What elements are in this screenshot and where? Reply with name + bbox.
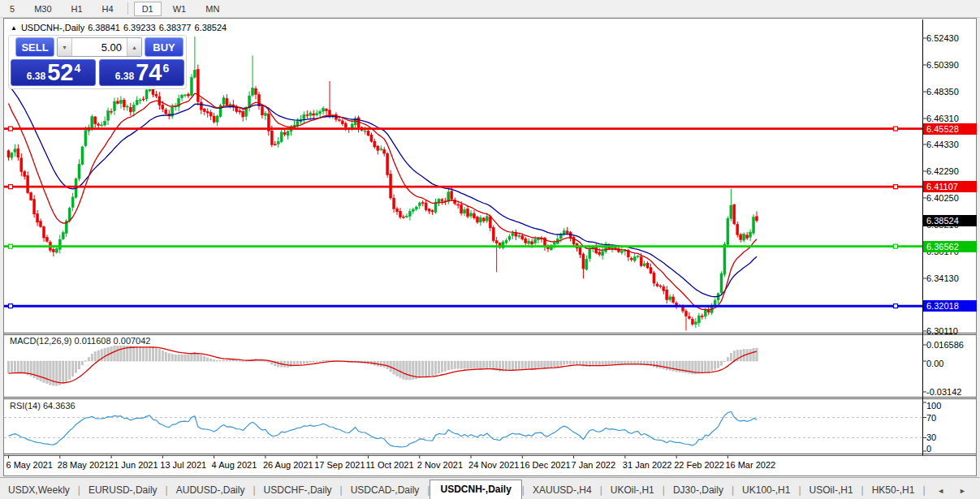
tab-xauusd-h4[interactable]: XAUUSD-,H4 bbox=[525, 481, 600, 499]
rsi-tick-label: 0 bbox=[926, 444, 931, 454]
buy-price-main: 74 bbox=[136, 61, 162, 84]
ohlc-open: 6.38841 bbox=[88, 23, 120, 32]
price-tick-label: 6.52430 bbox=[926, 33, 959, 43]
date-tick-label: 16 Dec 2021 bbox=[520, 460, 570, 470]
rsi-indicator-label: RSI(14) 64.3636 bbox=[10, 401, 76, 411]
tab-uk100-h1[interactable]: UK100-,H1 bbox=[734, 481, 798, 499]
tab-scroll-right-icon[interactable]: ► bbox=[952, 487, 974, 495]
tab-usoil-h1[interactable]: USOil-,H1 bbox=[801, 481, 861, 499]
price-badge: 6.45528 bbox=[923, 123, 977, 135]
sell-price-box[interactable]: 6.38524 bbox=[11, 59, 96, 86]
ohlc-low: 6.38377 bbox=[159, 23, 192, 32]
tab-audusd-daily[interactable]: AUDUSD-,Daily bbox=[168, 481, 253, 499]
tab-scroll-left-icon[interactable]: ◄ bbox=[930, 487, 952, 495]
price-tick-label: 6.50390 bbox=[926, 60, 959, 70]
ohlc-high: 6.39233 bbox=[123, 23, 156, 32]
tab-dj30-daily[interactable]: DJ30-,Daily bbox=[665, 481, 732, 499]
price-tick-label: 6.48350 bbox=[926, 87, 959, 97]
date-tick-label: 7 Jan 2022 bbox=[572, 460, 615, 470]
price-tick-label: 6.34130 bbox=[926, 273, 959, 283]
date-tick-label: 17 Sep 2021 bbox=[314, 460, 365, 470]
hline-handle bbox=[894, 127, 898, 131]
hline-handle bbox=[894, 304, 898, 308]
volume-stepper: ▼ 5.00 ▲ bbox=[57, 37, 142, 57]
date-tick-label: 13 Jul 2021 bbox=[160, 460, 206, 470]
hline-handle bbox=[9, 244, 13, 248]
tab-usdcnh-daily[interactable]: USDCNH-,Daily bbox=[430, 480, 521, 499]
chart-title: ▲USDCNH-,Daily6.388416.392336.383776.385… bbox=[11, 23, 230, 32]
price-badge: 6.36562 bbox=[923, 241, 977, 252]
ohlc-close: 6.38524 bbox=[194, 23, 227, 32]
hline-handle bbox=[9, 304, 13, 308]
hline-handle bbox=[894, 185, 898, 189]
sell-price-prefix: 6.38 bbox=[27, 71, 45, 82]
chart-tabbar: USDX,Weekly|EURUSD-,Daily|AUDUSD-,Daily|… bbox=[0, 477, 980, 499]
collapse-panel-icon[interactable]: ▲ bbox=[11, 24, 17, 32]
symbol-name: USDCNH-,Daily bbox=[21, 23, 84, 32]
tab-hk50-h1[interactable]: HK50-,H1 bbox=[864, 481, 923, 499]
hline-handle bbox=[9, 185, 13, 189]
date-tick-label: 4 Aug 2021 bbox=[212, 460, 257, 470]
hline-handle bbox=[9, 127, 13, 131]
mt4-terminal: 5M30H1H4D1W1MN ▲USDCNH-,Daily6.388416.39… bbox=[0, 0, 980, 499]
macd-tick-label: 0.016586 bbox=[926, 340, 964, 350]
date-tick-label: 16 Mar 2022 bbox=[725, 460, 775, 470]
volume-value[interactable]: 5.00 bbox=[72, 38, 127, 56]
hline-handle bbox=[894, 244, 898, 248]
rsi-tick-label: 30 bbox=[926, 432, 936, 442]
date-tick-label: 31 Jan 2022 bbox=[623, 460, 672, 470]
buy-price-box[interactable]: 6.38746 bbox=[99, 59, 184, 86]
price-badge: 6.41107 bbox=[923, 181, 977, 192]
rsi-tick-label: 70 bbox=[926, 413, 936, 423]
tab-ukoil-h1[interactable]: UKOil-,H1 bbox=[602, 481, 663, 499]
tab-usdchf-daily[interactable]: USDCHF-,Daily bbox=[256, 481, 340, 499]
price-tick-label: 6.30110 bbox=[926, 326, 958, 336]
buy-price-pip: 6 bbox=[162, 62, 169, 75]
macd-tick-label: -0.03142 bbox=[926, 387, 961, 397]
one-click-trading-panel: SELL ▼ 5.00 ▲ BUY 6.38524 6.38746 bbox=[8, 35, 187, 89]
date-tick-label: 26 Aug 2021 bbox=[263, 460, 313, 470]
tab-scroll-controls: ◄► bbox=[930, 487, 980, 499]
price-tick-label: 6.46310 bbox=[926, 114, 959, 123]
price-badge: 6.38524 bbox=[923, 215, 977, 226]
rsi-tick-label: 100 bbox=[926, 401, 941, 411]
date-tick-label: 28 May 2021 bbox=[58, 460, 110, 470]
tab-separator: | bbox=[922, 484, 925, 499]
tab-usdcad-daily[interactable]: USDCAD-,Daily bbox=[343, 481, 428, 499]
price-tick-label: 6.44330 bbox=[926, 140, 959, 149]
volume-decrease-icon[interactable]: ▼ bbox=[58, 38, 72, 56]
date-tick-label: 2 Nov 2021 bbox=[417, 460, 463, 470]
sell-price-pip: 4 bbox=[74, 62, 80, 75]
date-tick-label: 21 Jun 2021 bbox=[109, 460, 158, 470]
date-tick-label: 22 Feb 2022 bbox=[674, 460, 724, 470]
buy-price-prefix: 6.38 bbox=[115, 71, 134, 82]
volume-increase-icon[interactable]: ▲ bbox=[127, 38, 141, 56]
macd-tick-label: 0.00 bbox=[926, 359, 943, 368]
date-tick-label: 11 Oct 2021 bbox=[365, 460, 413, 470]
macd-indicator-label: MACD(12,26,9) 0.011608 0.007042 bbox=[10, 336, 150, 346]
price-badge: 6.32018 bbox=[923, 300, 977, 312]
date-tick-label: 24 Nov 2021 bbox=[468, 460, 519, 470]
date-tick-label: 6 May 2021 bbox=[6, 460, 53, 470]
tab-usdx-weekly[interactable]: USDX,Weekly bbox=[0, 481, 78, 499]
tab-eurusd-daily[interactable]: EURUSD-,Daily bbox=[80, 481, 166, 499]
price-tick-label: 6.42290 bbox=[926, 166, 959, 176]
sell-button[interactable]: SELL bbox=[15, 37, 54, 57]
price-tick-label: 6.40250 bbox=[926, 193, 959, 203]
sell-price-main: 52 bbox=[47, 61, 73, 84]
buy-button[interactable]: BUY bbox=[145, 37, 183, 57]
